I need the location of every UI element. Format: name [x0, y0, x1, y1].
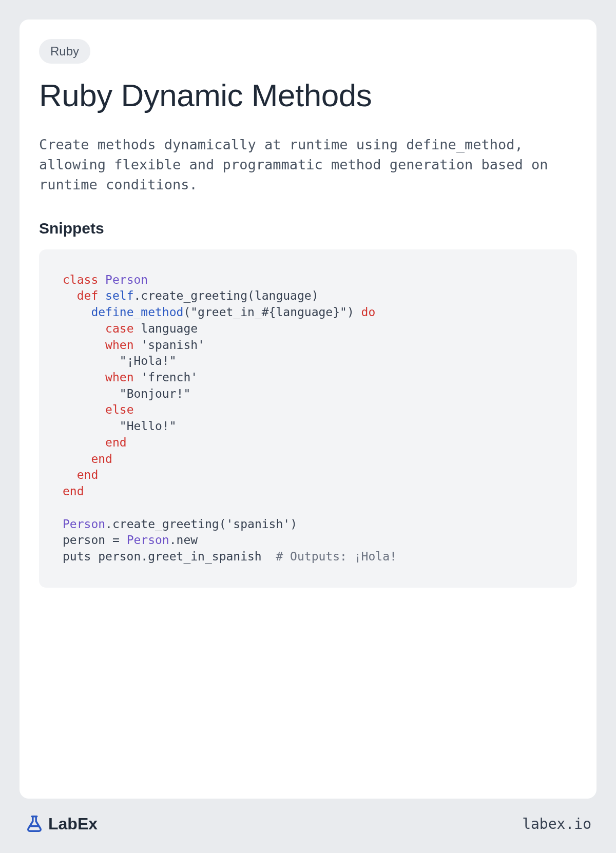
brand-logo: LabEx [25, 814, 98, 833]
site-url: labex.io [522, 816, 591, 832]
footer: LabEx labex.io [20, 799, 596, 833]
content-card: Ruby Ruby Dynamic Methods Create methods… [20, 20, 596, 799]
snippets-heading: Snippets [39, 220, 577, 237]
page-description: Create methods dynamically at runtime us… [39, 134, 577, 195]
code-snippet: class Person def self.create_greeting(la… [39, 249, 577, 588]
brand-name: LabEx [48, 815, 98, 833]
language-badge: Ruby [39, 39, 90, 64]
flask-icon [25, 814, 44, 833]
page-title: Ruby Dynamic Methods [39, 78, 577, 113]
